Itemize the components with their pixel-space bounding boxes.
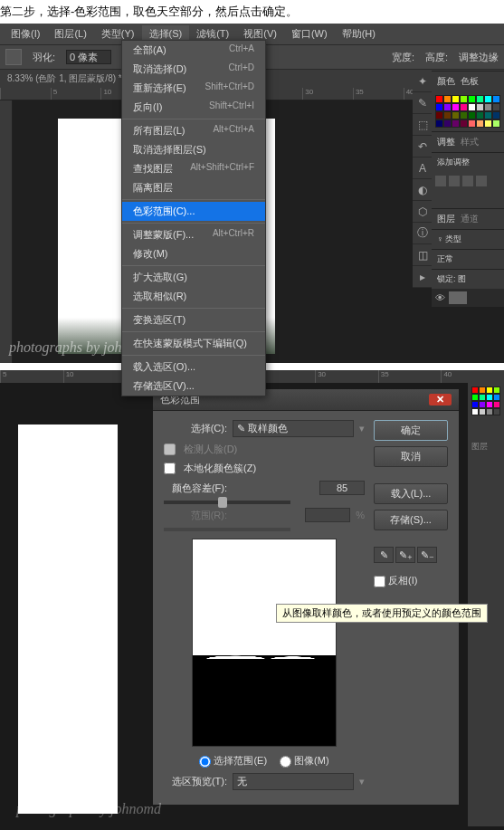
swatch[interactable] bbox=[476, 95, 484, 103]
swatch[interactable] bbox=[471, 386, 479, 394]
layers-tab[interactable]: 图层 通道 bbox=[432, 208, 504, 229]
swatch[interactable] bbox=[460, 119, 468, 128]
swatch[interactable] bbox=[471, 401, 479, 408]
swatch-tabs[interactable]: 颜色 色板 bbox=[432, 71, 504, 91]
swatch[interactable] bbox=[493, 386, 500, 394]
adjust-preset-icon[interactable] bbox=[435, 176, 446, 186]
adjust-preset-icon[interactable] bbox=[449, 176, 460, 186]
swatch[interactable] bbox=[468, 111, 476, 119]
eyedropper-icon[interactable]: ✎ bbox=[374, 547, 394, 563]
menu-item[interactable]: 反向(I)Shift+Ctrl+I bbox=[122, 98, 265, 117]
swatch[interactable] bbox=[468, 119, 476, 128]
swatch[interactable] bbox=[484, 95, 492, 103]
swatch[interactable] bbox=[484, 119, 492, 128]
swatch[interactable] bbox=[492, 95, 500, 103]
swatch[interactable] bbox=[460, 95, 468, 103]
swatch[interactable] bbox=[476, 111, 484, 119]
swatch[interactable] bbox=[435, 103, 443, 111]
brush-icon[interactable]: ✎ bbox=[413, 92, 433, 114]
localized-checkbox[interactable] bbox=[164, 463, 176, 474]
swatch[interactable] bbox=[492, 111, 500, 119]
menu-window[interactable]: 窗口(W) bbox=[284, 25, 335, 43]
menu-image[interactable]: 图像(I) bbox=[4, 25, 47, 43]
swatch[interactable] bbox=[486, 386, 493, 394]
swatch[interactable] bbox=[486, 394, 493, 401]
menu-item[interactable]: 载入选区(O)... bbox=[122, 358, 265, 377]
more-icon[interactable]: ▸ bbox=[413, 266, 433, 288]
adjust-preset-icon[interactable] bbox=[476, 176, 487, 186]
swatch[interactable] bbox=[443, 119, 452, 128]
swatch[interactable] bbox=[493, 401, 500, 408]
eyedropper-sub-icon[interactable]: ✎₋ bbox=[417, 547, 437, 563]
menu-item[interactable]: 在快速蒙版模式下编辑(Q) bbox=[122, 334, 265, 353]
path-icon[interactable]: ⬡ bbox=[413, 201, 433, 223]
swatch[interactable] bbox=[452, 95, 460, 103]
swatch[interactable] bbox=[484, 111, 492, 119]
swatch[interactable] bbox=[492, 119, 500, 128]
load-button[interactable]: 载入(L)... bbox=[374, 483, 448, 504]
swatch[interactable] bbox=[443, 95, 452, 103]
swatch[interactable] bbox=[479, 401, 486, 408]
history-icon[interactable]: ↶ bbox=[413, 136, 433, 157]
adjust-tab[interactable]: 调整 样式 bbox=[432, 131, 504, 152]
swatch[interactable] bbox=[443, 111, 452, 119]
swatch[interactable] bbox=[435, 95, 443, 103]
menu-item[interactable]: 变换选区(T) bbox=[122, 310, 265, 329]
menu-help[interactable]: 帮助(H) bbox=[335, 25, 383, 43]
cancel-button[interactable]: 取消 bbox=[374, 446, 448, 467]
menu-item[interactable]: 色彩范围(C)... bbox=[122, 202, 265, 221]
layers-tab-2[interactable]: 图层 bbox=[468, 437, 504, 456]
char-icon[interactable]: A bbox=[413, 157, 433, 179]
swatch[interactable] bbox=[493, 408, 500, 415]
menu-item[interactable]: 选取相似(R) bbox=[122, 287, 265, 306]
fuzziness-slider[interactable] bbox=[164, 501, 290, 504]
layer-type-filter[interactable]: ♀ 类型 bbox=[432, 229, 504, 249]
swatch[interactable] bbox=[479, 386, 486, 394]
menu-item[interactable]: 取消选择图层(S) bbox=[122, 140, 265, 159]
swatch[interactable] bbox=[471, 394, 479, 401]
layers-icon[interactable]: ⬚ bbox=[413, 114, 433, 136]
swatch[interactable] bbox=[476, 119, 484, 128]
fuzziness-input[interactable] bbox=[319, 481, 365, 495]
swatch[interactable] bbox=[452, 111, 460, 119]
swatch[interactable] bbox=[435, 111, 443, 119]
menu-item[interactable]: 所有图层(L)Alt+Ctrl+A bbox=[122, 121, 265, 140]
adjust-preset-icon[interactable] bbox=[462, 176, 473, 186]
menu-item[interactable]: 存储选区(V)... bbox=[122, 377, 265, 396]
swatch[interactable] bbox=[452, 119, 460, 128]
info-icon[interactable]: ⓘ bbox=[413, 223, 433, 244]
swatch[interactable] bbox=[479, 394, 486, 401]
swatches-icon[interactable]: ✦ bbox=[413, 71, 433, 92]
swatch[interactable] bbox=[452, 103, 460, 111]
swatch[interactable] bbox=[486, 401, 493, 408]
menu-layer[interactable]: 图层(L) bbox=[47, 25, 93, 43]
radio-selection[interactable]: 选择范围(E) bbox=[199, 754, 267, 768]
swatch[interactable] bbox=[479, 408, 486, 415]
menu-item[interactable]: 调整蒙版(F)...Alt+Ctrl+R bbox=[122, 225, 265, 244]
selection-preview[interactable] bbox=[192, 539, 337, 747]
swatch[interactable] bbox=[460, 111, 468, 119]
swatch[interactable] bbox=[471, 408, 479, 415]
swatch[interactable] bbox=[460, 103, 468, 111]
visibility-icon[interactable]: 👁 bbox=[435, 292, 445, 303]
save-button[interactable]: 存储(S)... bbox=[374, 510, 448, 530]
swatch[interactable] bbox=[435, 119, 443, 128]
swatch[interactable] bbox=[468, 95, 476, 103]
menu-item[interactable]: 修改(M) bbox=[122, 244, 265, 263]
radio-image[interactable]: 图像(M) bbox=[280, 754, 329, 768]
refine-edge-button[interactable]: 调整边缘 bbox=[459, 51, 499, 64]
menu-item[interactable]: 扩大选取(G) bbox=[122, 268, 265, 287]
menu-item[interactable]: 全部(A)Ctrl+A bbox=[122, 41, 265, 60]
menu-item[interactable]: 隔离图层 bbox=[122, 178, 265, 197]
swatch[interactable] bbox=[492, 103, 500, 111]
eyedropper-add-icon[interactable]: ✎₊ bbox=[395, 547, 415, 563]
blend-mode[interactable]: 正常 bbox=[432, 249, 504, 269]
select-dropdown[interactable]: ✎ 取样颜色 bbox=[233, 420, 354, 437]
menu-item[interactable]: 重新选择(E)Shift+Ctrl+D bbox=[122, 79, 265, 98]
marquee-tool-icon[interactable] bbox=[5, 49, 22, 65]
layer-thumbnail[interactable] bbox=[449, 291, 467, 304]
swatch[interactable] bbox=[476, 103, 484, 111]
menu-item[interactable]: 查找图层Alt+Shift+Ctrl+F bbox=[122, 159, 265, 178]
adjust-icon[interactable]: ◐ bbox=[413, 179, 433, 201]
swatch[interactable] bbox=[486, 408, 493, 415]
